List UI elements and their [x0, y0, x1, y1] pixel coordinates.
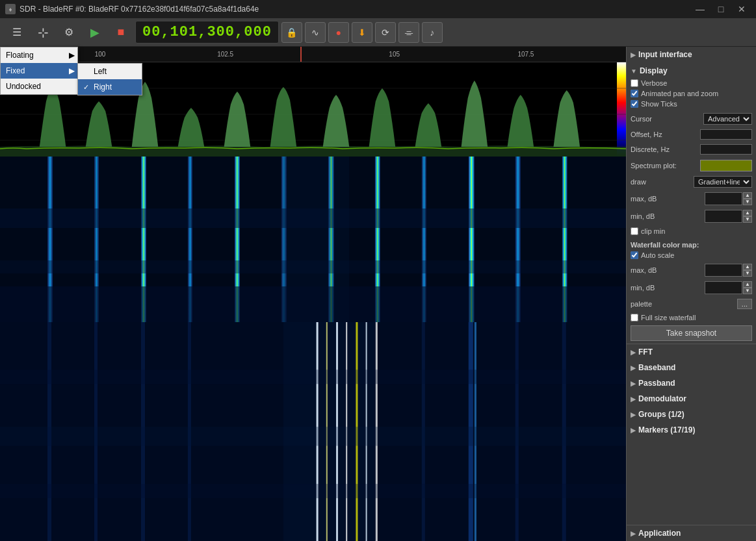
take-snapshot-button[interactable]: Take snapshot [631, 325, 752, 341]
clip-min-label[interactable]: clip min [631, 227, 665, 235]
panel-spacer [627, 438, 756, 525]
cursor-freq-marker [300, 47, 302, 62]
wf-min-db-up[interactable]: ▲ [743, 281, 752, 288]
clip-min-checkbox[interactable] [631, 227, 638, 235]
fixed-menu-item[interactable]: Fixed ▶ Left ✓ Right [1, 63, 77, 79]
spectrum-color-swatch[interactable] [700, 160, 752, 171]
passband-header[interactable]: ▶ Passband [627, 375, 756, 391]
verbose-checkbox[interactable] [631, 79, 638, 87]
waterfall-upper[interactable] [0, 157, 626, 322]
waterfall-label-row: Waterfall color map: [631, 240, 752, 250]
min-db-label: min, dB [631, 212, 655, 220]
wf-max-db-down[interactable]: ▼ [743, 270, 752, 277]
frequency-axis: 100 102.5 105 107.5 [0, 47, 626, 62]
application-label: Application [638, 529, 681, 538]
record-button[interactable]: ● [328, 22, 349, 43]
wf-min-db-spinner[interactable]: ▲ ▼ [743, 281, 752, 294]
groups-header[interactable]: ▶ Groups (1/2) [627, 407, 756, 422]
full-waterfall-label[interactable]: Full size waterfall [631, 314, 696, 321]
undocked-menu-item[interactable]: Undocked [1, 79, 77, 94]
auto-scale-row: Auto scale [631, 250, 752, 260]
demodulator-header[interactable]: ▶ Demodulator [627, 391, 756, 407]
markers-header[interactable]: ▶ Markers (17/19) [627, 422, 756, 438]
spectrum-plot-row: Spectrum plot: [631, 158, 752, 173]
maximize-button[interactable]: □ [712, 0, 730, 18]
animated-pan-checkbox[interactable] [631, 90, 638, 97]
max-db-down[interactable]: ▼ [743, 199, 752, 205]
fft-header[interactable]: ▶ FFT [627, 344, 756, 360]
stop-button[interactable]: ■ [109, 21, 133, 44]
right-submenu-item[interactable]: ✓ Right [78, 79, 142, 95]
wf-max-db-up[interactable]: ▲ [743, 264, 752, 270]
verbose-label[interactable]: Verbose [631, 79, 667, 87]
min-db-row: min, dB -120 ▲ ▼ [631, 208, 752, 224]
wf-min-db-label: min, dB [631, 284, 655, 292]
auto-scale-label[interactable]: Auto scale [631, 251, 674, 259]
wf-max-db-spinner[interactable]: ▲ ▼ [743, 264, 752, 277]
undocked-label: Undocked [6, 82, 41, 91]
max-db-up[interactable]: ▲ [743, 192, 752, 199]
wf-min-db-row: min, dB -115 ▲ ▼ [631, 280, 752, 296]
titlebar-controls: — □ ✕ [691, 0, 751, 18]
offset-input[interactable]: 0 [700, 129, 752, 140]
settings-button[interactable]: ⚙ [57, 21, 81, 44]
filter-button[interactable]: ⌯ [398, 22, 419, 43]
fft-label: FFT [638, 347, 653, 357]
application-header[interactable]: ▶ Application [627, 525, 756, 541]
audio-icon: ♪ [430, 27, 434, 38]
auto-scale-checkbox[interactable] [631, 251, 638, 259]
show-ticks-checkbox[interactable] [631, 100, 638, 108]
floating-arrow: ▶ [69, 51, 75, 60]
lock-button[interactable]: 🔒 [281, 22, 302, 43]
baseband-header[interactable]: ▶ Baseband [627, 360, 756, 375]
animated-pan-label[interactable]: Animated pan and zoom [631, 90, 718, 97]
passband-label: Passband [638, 379, 675, 388]
fixed-label: Fixed [6, 66, 25, 75]
save-button[interactable]: ⬇ [352, 22, 372, 43]
wf-max-db-input[interactable]: -29 [705, 264, 742, 277]
min-db-spinner[interactable]: ▲ ▼ [743, 210, 752, 223]
frequency-display[interactable]: 00,101,300,000 [135, 21, 279, 44]
draw-select[interactable]: Gradient+line Line Fill [694, 176, 752, 188]
wf-min-db-input-group: -115 ▲ ▼ [705, 281, 752, 294]
full-waterfall-checkbox[interactable] [631, 314, 638, 321]
cursor-select[interactable]: Advanced Normal Off [703, 113, 752, 125]
waterfall-lower[interactable] [0, 322, 626, 541]
min-db-input[interactable]: -120 [705, 210, 742, 223]
input-interface-header[interactable]: ▶ Input interface [627, 47, 756, 62]
left-submenu-item[interactable]: Left [78, 64, 142, 79]
groups-arrow: ▶ [631, 411, 636, 418]
cursor-tool-button[interactable]: ⊹ [31, 21, 55, 44]
right-panel: ▶ Input interface ▼ Display Verbose Anim… [626, 47, 756, 541]
min-db-up[interactable]: ▲ [743, 210, 752, 216]
discrete-row: Discrete, Hz 100 [631, 143, 752, 156]
max-db-input[interactable]: -24 [705, 192, 742, 205]
menu-button[interactable]: ☰ [5, 21, 29, 44]
display-header[interactable]: ▼ Display [631, 65, 752, 78]
spectrum-area: 100 102.5 105 107.5 -80 [0, 47, 626, 541]
toolbar: ☰ ⊹ ⚙ ▶ ■ 00,101,300,000 🔒 ∿ ● ⬇ ⟳ ⌯ ♪ [0, 18, 756, 47]
audio-button[interactable]: ♪ [422, 22, 443, 43]
max-db-label: max, dB [631, 195, 657, 203]
palette-row: palette ... [631, 297, 752, 310]
app-logo: ♦ [5, 4, 16, 14]
wf-min-db-down[interactable]: ▼ [743, 288, 752, 294]
freq-label-2: 102.5 [217, 51, 233, 58]
minimize-button[interactable]: — [691, 0, 709, 18]
close-button[interactable]: ✕ [733, 0, 751, 18]
palette-button[interactable]: ... [737, 299, 752, 309]
max-db-spinner[interactable]: ▲ ▼ [743, 192, 752, 205]
left-label: Left [94, 67, 107, 76]
show-ticks-label[interactable]: Show Ticks [631, 100, 677, 108]
fft-button[interactable]: ∿ [305, 22, 326, 43]
min-db-down[interactable]: ▼ [743, 216, 752, 223]
loop-button[interactable]: ⟳ [375, 22, 396, 43]
wf-min-db-input[interactable]: -115 [705, 281, 742, 294]
play-button[interactable]: ▶ [83, 21, 107, 44]
right-label: Right [94, 82, 112, 92]
baseband-label: Baseband [638, 363, 675, 372]
discrete-input[interactable]: 100 [700, 144, 752, 155]
floating-menu-item[interactable]: Floating ▶ [1, 47, 77, 63]
loop-icon: ⟳ [382, 27, 389, 38]
groups-label: Groups (1/2) [638, 410, 684, 419]
